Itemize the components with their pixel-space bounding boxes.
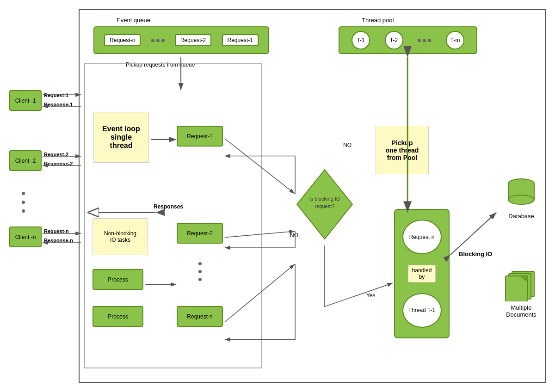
request-n-box: Request-n bbox=[177, 306, 223, 327]
documents-label: Multiple Documents bbox=[496, 304, 547, 318]
no-label-left: NO bbox=[290, 232, 298, 239]
svg-text:Is blocking IO: Is blocking IO bbox=[309, 196, 340, 202]
thread-pool-label: Thread pool bbox=[362, 17, 394, 24]
client-dots bbox=[22, 192, 25, 213]
process-box-2: Process bbox=[92, 306, 143, 327]
client1-response-label: Response-1 bbox=[44, 102, 73, 107]
flow-dots bbox=[198, 262, 202, 281]
documents-section: Multiple Documents bbox=[496, 269, 547, 318]
client-n-label: Client -n bbox=[15, 234, 36, 240]
event-queue-label: Event queue bbox=[117, 17, 150, 24]
client-1-box: Client -1 bbox=[9, 90, 42, 111]
database-label: Database bbox=[500, 213, 542, 220]
thread-handler-box: Request n handled by Thread T-1 bbox=[394, 209, 450, 338]
process-box-1: Process bbox=[92, 269, 143, 290]
request-2-box: Request-2 bbox=[177, 223, 223, 244]
client2-response-label: Response-2 bbox=[44, 161, 73, 166]
client-2-label: Client -2 bbox=[15, 158, 36, 164]
database-section: Database bbox=[500, 177, 542, 220]
diamond-container: Is blocking IO request? bbox=[295, 167, 355, 241]
thread-pool-bar: T-1 T-2 T-m bbox=[339, 26, 477, 54]
yes-label: Yes bbox=[366, 292, 376, 299]
thread-t1-circle: Thread T-1 bbox=[402, 293, 442, 328]
client-1-label: Client -1 bbox=[15, 98, 36, 104]
queue-item-2: Request-2 bbox=[175, 34, 211, 46]
request-n-circle: Request n bbox=[402, 220, 442, 254]
svg-line-21 bbox=[450, 213, 497, 255]
diagram-container: Event queue Request-n Request-2 Request-… bbox=[79, 9, 546, 383]
event-loop-box: Event loop single thread bbox=[93, 112, 149, 163]
clientn-request-label: Request-n bbox=[44, 228, 69, 234]
diamond-shape: Is blocking IO request? bbox=[295, 167, 355, 241]
client1-request-label: Request-1 bbox=[44, 92, 68, 98]
thread-pool-dots bbox=[418, 39, 431, 42]
non-blocking-note: Non-blocking IO tasks bbox=[92, 218, 148, 255]
client-2-box: Client -2 bbox=[9, 150, 42, 171]
svg-point-5 bbox=[508, 195, 534, 204]
request-1-box: Request-1 bbox=[177, 126, 223, 147]
thread-tm: T-m bbox=[446, 31, 464, 49]
responses-label: Responses bbox=[154, 203, 183, 210]
clientn-response-label: Response-n bbox=[44, 238, 73, 243]
blocking-io-label: Blocking IO bbox=[459, 251, 492, 257]
thread-t1: T-1 bbox=[352, 31, 370, 49]
queue-item-n: Request-n bbox=[104, 34, 141, 46]
queue-dots bbox=[151, 39, 165, 42]
client-n-box: Client -n bbox=[9, 227, 42, 247]
documents-icon bbox=[503, 269, 540, 301]
handled-by-badge: handled by bbox=[408, 265, 436, 282]
event-queue-bar: Request-n Request-2 Request-1 bbox=[93, 26, 269, 54]
svg-text:request?: request? bbox=[315, 203, 335, 209]
queue-item-1: Request-1 bbox=[222, 34, 259, 46]
thread-t2: T-2 bbox=[385, 31, 403, 49]
svg-rect-10 bbox=[506, 276, 528, 301]
database-icon bbox=[505, 177, 537, 209]
no-label-top: NO bbox=[343, 142, 352, 148]
client2-request-label: Request-2 bbox=[44, 152, 68, 157]
pickup-thread-note: Pickup one thread from Pool bbox=[376, 126, 429, 174]
